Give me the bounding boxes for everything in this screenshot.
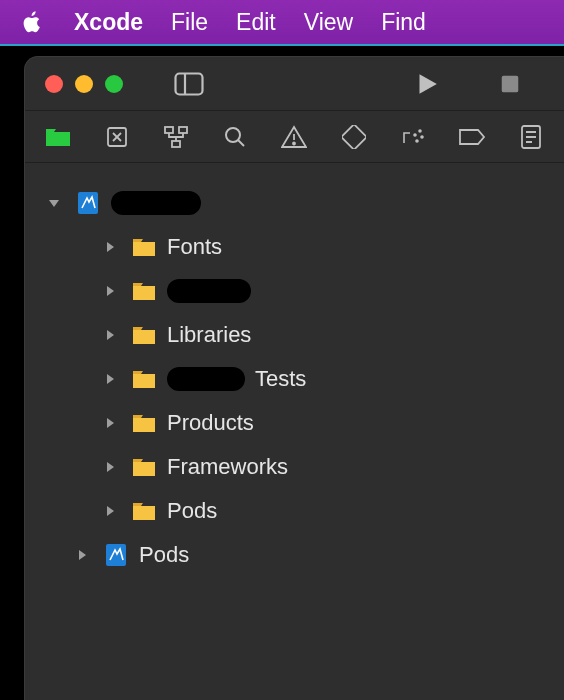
- svg-line-10: [238, 140, 244, 146]
- tree-folder-item[interactable]: Libraries: [25, 313, 564, 357]
- folder-icon: [131, 412, 157, 434]
- tree-item-label: Pods: [167, 498, 217, 524]
- chevron-down-icon[interactable]: [43, 192, 65, 214]
- breakpoint-navigator-tab[interactable]: [458, 122, 487, 152]
- zoom-window-button[interactable]: [105, 75, 123, 93]
- report-navigator-tab[interactable]: [517, 122, 546, 152]
- test-navigator-tab[interactable]: [339, 122, 368, 152]
- svg-rect-23: [106, 544, 126, 566]
- tree-folder-item[interactable]: Pods: [25, 489, 564, 533]
- close-window-button[interactable]: [45, 75, 63, 93]
- minimize-window-button[interactable]: [75, 75, 93, 93]
- xcode-window: FontsLibrariesTestsProductsFrameworksPod…: [24, 56, 564, 700]
- svg-rect-3: [108, 128, 126, 146]
- tree-item-label: Pods: [139, 542, 189, 568]
- tree-folder-item[interactable]: Frameworks: [25, 445, 564, 489]
- tree-folder-item[interactable]: [25, 269, 564, 313]
- tree-item-label: Products: [167, 410, 254, 436]
- svg-point-14: [419, 130, 421, 132]
- tree-item-label: Frameworks: [167, 454, 288, 480]
- folder-icon: [131, 280, 157, 302]
- redacted-text: [167, 367, 245, 391]
- svg-rect-22: [78, 192, 98, 214]
- chevron-right-icon[interactable]: [99, 412, 121, 434]
- chevron-right-icon[interactable]: [99, 280, 121, 302]
- tree-folder-item[interactable]: Products: [25, 401, 564, 445]
- chevron-right-icon[interactable]: [99, 368, 121, 390]
- chevron-right-icon[interactable]: [99, 324, 121, 346]
- redacted-text: [111, 191, 201, 215]
- macos-menubar: Xcode File Edit View Find: [0, 0, 564, 46]
- menu-find[interactable]: Find: [381, 9, 426, 36]
- run-button[interactable]: [408, 66, 444, 102]
- chevron-right-icon[interactable]: [71, 544, 93, 566]
- project-navigator-tree: FontsLibrariesTestsProductsFrameworksPod…: [25, 163, 564, 577]
- tree-folder-item[interactable]: Tests: [25, 357, 564, 401]
- chevron-right-icon[interactable]: [99, 236, 121, 258]
- toggle-sidebar-button[interactable]: [171, 66, 207, 102]
- svg-rect-18: [522, 126, 540, 148]
- svg-point-16: [421, 136, 423, 138]
- chevron-right-icon[interactable]: [99, 456, 121, 478]
- svg-point-9: [226, 128, 240, 142]
- debug-navigator-tab[interactable]: [398, 122, 427, 152]
- window-titlebar: [25, 57, 564, 111]
- svg-line-4: [113, 133, 121, 141]
- tree-item-label: Fonts: [167, 234, 222, 260]
- tree-item-label: Tests: [255, 366, 306, 392]
- chevron-right-icon[interactable]: [99, 500, 121, 522]
- tree-item-label: Libraries: [167, 322, 251, 348]
- svg-rect-8: [172, 141, 180, 147]
- find-navigator-tab[interactable]: [221, 122, 250, 152]
- stop-button[interactable]: [492, 66, 528, 102]
- folder-icon: [131, 456, 157, 478]
- folder-icon: [131, 368, 157, 390]
- menu-edit[interactable]: Edit: [236, 9, 276, 36]
- xcode-project-icon: [103, 544, 129, 566]
- xcode-project-icon: [75, 192, 101, 214]
- tree-folder-item[interactable]: Fonts: [25, 225, 564, 269]
- menu-view[interactable]: View: [304, 9, 353, 36]
- apple-logo-icon[interactable]: [18, 8, 46, 36]
- svg-point-12: [293, 142, 295, 144]
- source-control-navigator-tab[interactable]: [102, 122, 131, 152]
- issue-navigator-tab[interactable]: [280, 122, 309, 152]
- tree-root-project[interactable]: [25, 181, 564, 225]
- tree-sibling-pods[interactable]: Pods: [25, 533, 564, 577]
- menu-file[interactable]: File: [171, 9, 208, 36]
- symbol-navigator-tab[interactable]: [161, 122, 190, 152]
- svg-point-15: [414, 134, 416, 136]
- folder-icon: [131, 324, 157, 346]
- svg-rect-7: [179, 127, 187, 133]
- traffic-lights: [45, 75, 123, 93]
- folder-icon: [131, 236, 157, 258]
- menu-app-name[interactable]: Xcode: [74, 9, 143, 36]
- svg-rect-0: [176, 73, 203, 94]
- folder-icon: [131, 500, 157, 522]
- svg-rect-6: [165, 127, 173, 133]
- project-navigator-tab[interactable]: [43, 122, 72, 152]
- redacted-text: [167, 279, 251, 303]
- svg-rect-2: [502, 75, 519, 92]
- svg-rect-13: [342, 125, 366, 149]
- svg-point-17: [416, 140, 418, 142]
- navigator-tabstrip: [25, 111, 564, 163]
- svg-line-5: [113, 133, 121, 141]
